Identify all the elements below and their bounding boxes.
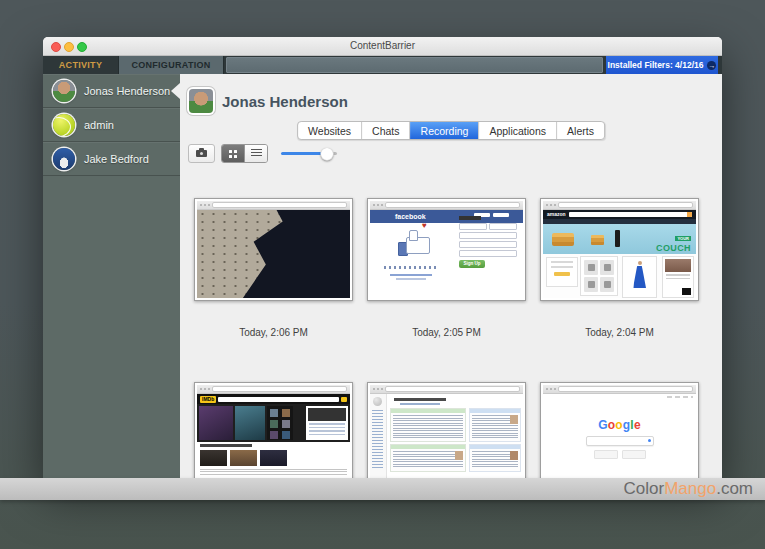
display-controls [188, 144, 337, 163]
screenshot-grid-row1: Today, 2:06 PM facebo [194, 198, 699, 338]
poster-grid [267, 406, 293, 440]
banner-your-tag: YOUR [675, 236, 691, 241]
slider-thumb[interactable] [320, 147, 333, 160]
address-bar [558, 386, 693, 392]
google-top-links [667, 396, 693, 398]
grid-icon [229, 150, 237, 158]
tab-activity[interactable]: ACTIVITY [43, 56, 118, 74]
camera-icon [196, 150, 207, 157]
imdb-guide-section [197, 442, 350, 478]
user-avatar [53, 114, 75, 136]
sidebar-item-admin[interactable]: admin [43, 108, 180, 142]
text-lines [200, 469, 347, 475]
portrait-photo [510, 451, 518, 460]
screenshot-timestamp: Today, 2:06 PM [194, 327, 353, 338]
screenshot-thumbnail-satellite-map[interactable] [194, 198, 353, 301]
tab-alerts[interactable]: Alerts [557, 122, 604, 139]
screenshot-cell: Today, 2:06 PM [194, 198, 353, 338]
like-hand-shape [406, 237, 430, 254]
screenshot-thumbnail-imdb[interactable]: IMDb [194, 382, 353, 478]
browser-chrome [543, 201, 696, 210]
signup-field [459, 241, 517, 248]
amazon-banner: YOUR COUCH IS CALLING [543, 224, 696, 254]
amazon-body [543, 254, 696, 298]
signup-field [459, 250, 517, 257]
colormango-watermark-bar: ColorMango.com [0, 478, 765, 500]
sidebar-item-jonas-henderson[interactable]: Jonas Henderson [43, 74, 180, 108]
browser-dot [208, 204, 210, 206]
wikipedia-sidebar [370, 394, 387, 478]
wikipedia-globe-logo [373, 397, 382, 406]
list-icon [251, 149, 262, 158]
heart-icon: ♥ [422, 222, 427, 230]
browser-dot [200, 204, 202, 206]
screenshot-thumbnail-wikipedia[interactable] [367, 382, 526, 478]
signup-heading-line [459, 216, 481, 220]
browser-dot [381, 388, 383, 390]
fire-stick-graphic [615, 230, 620, 247]
section-heading-line [200, 444, 252, 447]
screenshot-thumbnail-google[interactable]: Google [540, 382, 699, 478]
tab-configuration[interactable]: CONFIGURATION [118, 56, 224, 74]
browser-dot [377, 388, 379, 390]
browser-dot [204, 388, 206, 390]
screenshot-cell: facebook ♥ [367, 198, 526, 338]
imdb-sidebar [306, 406, 348, 440]
list-view-button[interactable] [244, 145, 267, 162]
arrow-right-icon[interactable]: → [707, 61, 716, 70]
satellite-map-page [197, 210, 350, 298]
facebook-signup-form: Sign Up [459, 216, 517, 268]
address-bar [212, 386, 347, 392]
minimize-window-button[interactable] [64, 42, 74, 52]
sidebar-item-jake-bedford[interactable]: Jake Bedford [43, 142, 180, 176]
screenshot-thumbnail-facebook[interactable]: facebook ♥ [367, 198, 526, 301]
browser-mockup: Google [543, 385, 696, 478]
waffle-graphic [591, 235, 604, 245]
screenshot-timestamp: Today, 2:04 PM [540, 327, 699, 338]
browser-dot [550, 388, 552, 390]
signup-field [459, 232, 517, 239]
address-bar [385, 386, 520, 392]
welcome-card [546, 257, 578, 287]
browser-dot [546, 388, 548, 390]
did-you-know-box [390, 444, 466, 472]
main-panel: Jonas Henderson Websites Chats Recording… [180, 74, 722, 478]
users-sidebar: Jonas Henderson admin Jake Bedford [43, 74, 180, 478]
camera-snapshot-button[interactable] [188, 144, 215, 163]
tab-applications[interactable]: Applications [479, 122, 557, 139]
user-name-label: Jonas Henderson [84, 85, 170, 97]
user-avatar [53, 148, 75, 170]
installed-filters-badge[interactable]: Installed Filters: 4/12/16 → [606, 56, 718, 74]
screenshot-cell: amazon YOUR [540, 198, 699, 338]
watermark-text: ColorMango.com [624, 479, 753, 499]
browser-dot [377, 204, 379, 206]
selected-user-title: Jonas Henderson [222, 93, 348, 110]
imdb-page: IMDb [197, 394, 350, 478]
thumbnail-size-slider[interactable] [281, 152, 337, 155]
zoom-window-button[interactable] [77, 42, 87, 52]
window-titlebar[interactable]: ContentBarrier [43, 37, 722, 56]
user-name-label: Jake Bedford [84, 153, 149, 165]
browser-dot [381, 204, 383, 206]
tab-websites[interactable]: Websites [298, 122, 362, 139]
imdb-search-bar [218, 397, 339, 402]
imdb-header: IMDb [197, 394, 350, 404]
signup-button: Sign Up [459, 260, 485, 268]
browser-chrome [370, 385, 523, 394]
google-search-box [586, 436, 654, 446]
screenshot-thumbnail-amazon[interactable]: amazon YOUR [540, 198, 699, 301]
close-window-button[interactable] [51, 42, 61, 52]
movie-poster [235, 406, 265, 440]
tab-recording[interactable]: Recording [411, 122, 480, 139]
contentbarrier-window: ContentBarrier ACTIVITY CONFIGURATION In… [43, 37, 722, 478]
address-bar [212, 202, 347, 208]
address-bar [558, 202, 693, 208]
grid-view-button[interactable] [222, 145, 244, 162]
view-tabs: Websites Chats Recording Applications Al… [297, 121, 605, 140]
facebook-logo: facebook [395, 213, 426, 220]
desktop: ContentBarrier ACTIVITY CONFIGURATION In… [0, 0, 765, 549]
tab-chats[interactable]: Chats [362, 122, 410, 139]
welcome-subline [400, 403, 440, 405]
browser-chrome [370, 201, 523, 210]
blue-dress-graphic [633, 266, 646, 288]
